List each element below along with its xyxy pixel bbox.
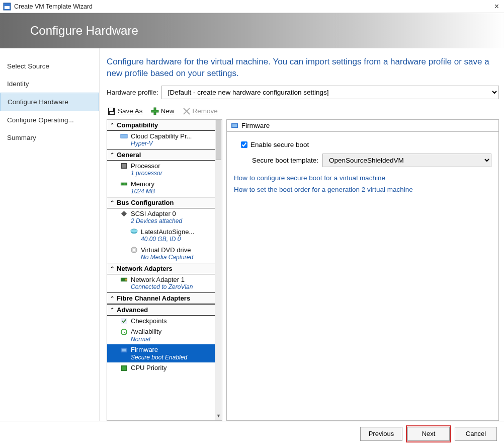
- x-icon: [183, 107, 191, 115]
- svg-rect-25: [121, 318, 127, 324]
- save-as-button[interactable]: Save As: [108, 107, 143, 115]
- tree-item[interactable]: Network Adapter 1Connected to ZeroVlan: [107, 274, 215, 292]
- wizard-steps: Select Source Identity Configure Hardwar…: [0, 48, 100, 421]
- detail-panel: Firmware Enable secure boot Secure boot …: [226, 119, 499, 421]
- nic-icon: [120, 276, 128, 283]
- group-label: Network Adapters: [117, 265, 173, 272]
- new-button[interactable]: New: [151, 107, 175, 115]
- tree-group[interactable]: ⌃Network Adapters: [107, 263, 215, 274]
- collapse-icon: ⌃: [110, 152, 114, 158]
- item-name: Firmware: [131, 346, 158, 354]
- floppy-icon: [108, 107, 116, 115]
- hardware-profile-select[interactable]: [Default - create new hardware configura…: [161, 86, 499, 99]
- page-title: Configure Hardware: [30, 24, 138, 38]
- step-select-source[interactable]: Select Source: [0, 57, 99, 75]
- enable-secure-boot-checkbox[interactable]: [241, 141, 247, 148]
- item-sub: 2 Devices attached: [120, 217, 212, 225]
- cloud-icon: [120, 132, 128, 140]
- firmware-icon: [231, 122, 238, 129]
- tree-item[interactable]: LatestAutoSigne...40.00 GB, ID 0: [107, 227, 215, 245]
- enable-secure-boot-label: Enable secure boot: [250, 141, 309, 148]
- tree-item[interactable]: Cloud Capability Pr...Hyper-V: [107, 131, 215, 149]
- svg-point-22: [133, 249, 135, 251]
- tree-item[interactable]: Processor1 processor: [107, 161, 215, 179]
- item-sub: Hyper-V: [120, 140, 212, 147]
- svg-rect-30: [122, 366, 126, 370]
- close-icon[interactable]: ×: [492, 2, 501, 11]
- next-button[interactable]: Next: [407, 427, 450, 441]
- step-identity[interactable]: Identity: [0, 75, 99, 93]
- remove-button: Remove: [183, 107, 218, 115]
- item-name: Cloud Capability Pr...: [131, 132, 192, 140]
- svg-rect-14: [121, 183, 122, 185]
- secure-boot-template-select[interactable]: OpenSourceShieldedVM: [322, 154, 491, 167]
- dvd-icon: [130, 246, 138, 254]
- banner: Configure Hardware: [0, 13, 504, 48]
- app-icon: [3, 3, 11, 11]
- item-sub: No Media Captured: [130, 254, 212, 261]
- tree-item[interactable]: CPU Priority: [107, 362, 215, 374]
- window-title: Create VM Template Wizard: [14, 3, 492, 10]
- step-configure-hardware[interactable]: Configure Hardware: [0, 93, 99, 111]
- memory-icon: [120, 180, 128, 188]
- scroll-thumb[interactable]: [216, 120, 221, 160]
- collapse-icon: ⌃: [110, 307, 114, 313]
- item-name: Virtual DVD drive: [141, 246, 191, 254]
- svg-rect-17: [125, 183, 126, 185]
- group-label: Bus Configuration: [117, 199, 174, 206]
- content-area: Configure hardware for the virtual machi…: [100, 48, 504, 421]
- step-configure-operating[interactable]: Configure Operating...: [0, 111, 99, 129]
- item-sub: Connected to ZeroVlan: [120, 283, 212, 290]
- item-name: Availability: [131, 328, 161, 336]
- tree-group[interactable]: ⌃General: [107, 149, 215, 161]
- svg-point-20: [131, 229, 137, 233]
- tree-group[interactable]: ⌃Advanced: [107, 304, 215, 316]
- collapse-icon: ⌃: [110, 295, 114, 301]
- tree-item[interactable]: FirmwareSecure boot Enabled: [107, 344, 215, 362]
- collapse-icon: ⌃: [110, 200, 114, 205]
- collapse-icon: ⌃: [110, 266, 114, 271]
- scroll-down-icon[interactable]: ▼: [215, 413, 222, 420]
- hardware-tree: ⌃CompatibilityCloud Capability Pr...Hype…: [107, 119, 222, 421]
- svg-rect-7: [151, 110, 158, 112]
- group-label: Advanced: [117, 306, 148, 314]
- cancel-button[interactable]: Cancel: [455, 427, 497, 441]
- svg-rect-10: [121, 134, 127, 138]
- item-name: Network Adapter 1: [131, 276, 185, 284]
- tree-group[interactable]: ⌃Fibre Channel Adapters: [107, 292, 215, 304]
- tree-group[interactable]: ⌃Compatibility: [107, 120, 215, 131]
- tree-scrollbar[interactable]: ▲ ▼: [215, 120, 222, 420]
- tree-item[interactable]: Checkpoints: [107, 316, 215, 327]
- help-link-secure-boot[interactable]: How to configure secure boot for a virtu…: [234, 174, 491, 182]
- group-label: General: [117, 151, 141, 159]
- cpupri-icon: [120, 364, 128, 372]
- item-name: CPU Priority: [131, 364, 167, 372]
- group-label: Compatibility: [117, 121, 158, 129]
- tree-item[interactable]: Virtual DVD driveNo Media Captured: [107, 245, 215, 263]
- tree-item[interactable]: SCSI Adapter 02 Devices attached: [107, 208, 215, 227]
- item-sub: Normal: [120, 336, 212, 343]
- cpu-icon: [120, 162, 128, 170]
- item-sub: 40.00 GB, ID 0: [130, 236, 212, 243]
- svg-rect-16: [124, 183, 125, 185]
- tree-item[interactable]: AvailabilityNormal: [107, 326, 215, 344]
- plus-icon: [151, 107, 159, 115]
- item-name: Checkpoints: [131, 317, 167, 325]
- previous-button[interactable]: Previous: [360, 427, 402, 441]
- firmware-icon: [120, 346, 128, 354]
- item-sub: 1 processor: [120, 170, 212, 177]
- tree-group[interactable]: ⌃Bus Configuration: [107, 197, 215, 208]
- checkpoint-icon: [120, 317, 128, 325]
- item-name: Processor: [131, 162, 160, 170]
- collapse-icon: ⌃: [110, 122, 114, 128]
- intro-text: Configure hardware for the virtual machi…: [107, 56, 499, 80]
- wizard-footer: Previous Next Cancel: [0, 421, 504, 446]
- item-name: SCSI Adapter 0: [131, 210, 176, 218]
- title-bar: Create VM Template Wizard ×: [0, 0, 504, 13]
- tree-item[interactable]: Memory1024 MB: [107, 179, 215, 197]
- step-summary[interactable]: Summary: [0, 129, 99, 146]
- help-link-boot-order[interactable]: How to set the boot order for a generati…: [234, 186, 491, 193]
- svg-marker-18: [121, 211, 127, 216]
- svg-rect-24: [125, 279, 127, 281]
- disk-icon: [130, 228, 138, 236]
